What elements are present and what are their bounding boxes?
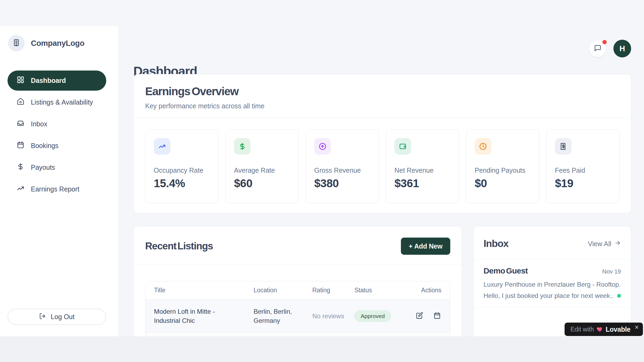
logout-button[interactable]: Log Out <box>8 309 106 325</box>
inbox-header: Inbox View All <box>474 226 631 259</box>
dollar-sign-icon <box>234 138 251 155</box>
wallet-icon <box>394 138 411 155</box>
inbox-card: Inbox View All Demo Guest Nov 19 Luxury … <box>473 226 631 336</box>
message-preview: Hello, I just booked your place for next… <box>484 292 613 300</box>
lovable-badge[interactable]: Edit with Lovable × <box>565 323 643 336</box>
top-actions: H <box>589 40 631 57</box>
metric-value: $380 <box>314 177 370 190</box>
circle-arrow-up-icon <box>314 138 331 155</box>
listing-location: Berlin, Berlin, Germany <box>254 307 303 325</box>
message-sender: Demo Guest <box>484 266 528 275</box>
sidebar-nav: Dashboard Listings & Availability <box>0 71 119 201</box>
inbox-message-item[interactable]: Demo Guest Nov 19 Luxury Penthouse in Pr… <box>474 259 631 307</box>
sidebar-item-label: Inbox <box>31 120 47 128</box>
dollar-sign-icon <box>17 163 24 172</box>
close-icon[interactable]: × <box>633 323 639 331</box>
clock-icon <box>475 138 491 155</box>
earnings-overview-subtitle: Key performance metrics across all time <box>145 102 620 110</box>
metric-card-net-revenue: Net Revenue $361 <box>386 130 459 203</box>
sidebar-item-bookings[interactable]: Bookings <box>8 136 106 156</box>
recent-listings-card: Recent Listings + Add New Title Location… <box>133 226 462 336</box>
sidebar-item-label: Payouts <box>31 164 55 171</box>
calendar-icon <box>433 312 441 320</box>
company-logo-badge <box>8 35 25 51</box>
view-all-link[interactable]: View All <box>588 240 621 248</box>
inbox-title: Inbox <box>484 238 508 249</box>
unread-dot <box>617 294 621 298</box>
earnings-overview-card: Earnings Overview Key performance metric… <box>133 74 631 213</box>
metric-card-gross-revenue: Gross Revenue $380 <box>306 130 379 203</box>
calendar-icon <box>17 141 24 150</box>
recent-listings-title: Recent Listings <box>145 241 213 252</box>
metric-value: 15.4% <box>154 177 210 190</box>
notification-dot <box>602 40 607 44</box>
earnings-overview-header: Earnings Overview Key performance metric… <box>134 74 631 118</box>
recent-listings-header: Recent Listings + Add New <box>134 226 462 265</box>
sidebar-item-payouts[interactable]: Payouts <box>8 157 106 178</box>
column-header-status: Status <box>346 281 404 299</box>
company-logo: CompanyLogo <box>8 35 85 51</box>
arrow-right-icon <box>614 240 621 248</box>
sidebar: CompanyLogo Dashboard <box>0 26 119 336</box>
listing-rating: No reviews <box>312 312 344 321</box>
lovable-badge-prefix: Edit with <box>570 326 594 333</box>
building-icon <box>12 39 20 48</box>
trending-up-icon <box>154 138 170 155</box>
column-header-title: Title <box>145 281 245 299</box>
column-header-actions: Actions <box>404 281 450 299</box>
add-new-button[interactable]: + Add New <box>401 238 450 255</box>
avatar[interactable]: H <box>613 40 631 57</box>
listings-table: Title Location Rating Status Actions Mod… <box>145 281 450 336</box>
metric-value: $60 <box>234 177 290 190</box>
chat-button[interactable] <box>589 40 606 57</box>
metric-value: $19 <box>555 177 611 190</box>
company-logo-text: CompanyLogo <box>31 39 85 48</box>
metric-value: $361 <box>394 177 451 190</box>
sidebar-item-listings[interactable]: Listings & Availability <box>8 92 106 112</box>
metric-card-fees-paid: Fees Paid $19 <box>546 130 620 203</box>
message-date: Nov 19 <box>602 268 621 275</box>
sidebar-item-earnings-report[interactable]: Earnings Report <box>8 179 106 199</box>
sidebar-item-label: Dashboard <box>31 77 66 84</box>
home-icon <box>17 98 24 107</box>
metric-label: Net Revenue <box>394 167 451 174</box>
earnings-overview-title: Earnings Overview <box>145 85 620 98</box>
inbox-icon <box>17 119 24 129</box>
logout-label: Log Out <box>51 313 75 321</box>
sidebar-item-inbox[interactable]: Inbox <box>8 114 106 134</box>
listings-table-header: Title Location Rating Status Actions <box>145 281 450 300</box>
table-row: Modern Loft in Mitte - Industrial Chic B… <box>145 300 450 333</box>
page: CompanyLogo Dashboard <box>0 0 644 362</box>
metric-card-average-rate: Average Rate $60 <box>225 130 299 203</box>
metric-label: Fees Paid <box>555 167 611 174</box>
metric-label: Pending Payouts <box>475 167 531 174</box>
sidebar-item-label: Earnings Report <box>31 185 79 193</box>
metric-value: $0 <box>475 177 531 190</box>
logout-icon <box>39 313 46 321</box>
metric-label: Gross Revenue <box>314 167 370 174</box>
metric-label: Average Rate <box>234 167 290 174</box>
listing-calendar-button[interactable] <box>433 312 441 320</box>
metric-card-occupancy-rate: Occupancy Rate 15.4% <box>145 130 218 203</box>
metrics-row: Occupancy Rate 15.4% Average Rate $60 <box>145 130 620 203</box>
metric-card-pending-payouts: Pending Payouts $0 <box>466 130 539 203</box>
view-all-label: View All <box>588 240 611 248</box>
metric-label: Occupancy Rate <box>154 167 210 174</box>
listing-title: Modern Loft in Mitte - Industrial Chic <box>154 307 235 325</box>
message-subject: Luxury Penthouse in Prenzlauer Berg - Ro… <box>484 281 621 288</box>
sidebar-item-label: Bookings <box>31 142 58 150</box>
status-badge: Approved <box>354 311 391 322</box>
heart-icon <box>597 326 603 333</box>
table-row <box>145 333 450 336</box>
square-pen-icon <box>416 312 423 320</box>
column-header-location: Location <box>245 281 304 299</box>
lovable-badge-brand: Lovable <box>606 326 630 333</box>
trending-up-icon <box>17 184 24 194</box>
sidebar-item-dashboard[interactable]: Dashboard <box>8 71 106 91</box>
edit-listing-button[interactable] <box>416 312 423 320</box>
message-square-icon <box>594 45 601 53</box>
receipt-icon <box>555 138 572 155</box>
page-bottom-band <box>0 336 644 362</box>
column-header-rating: Rating <box>304 281 346 299</box>
sidebar-item-label: Listings & Availability <box>31 98 93 106</box>
